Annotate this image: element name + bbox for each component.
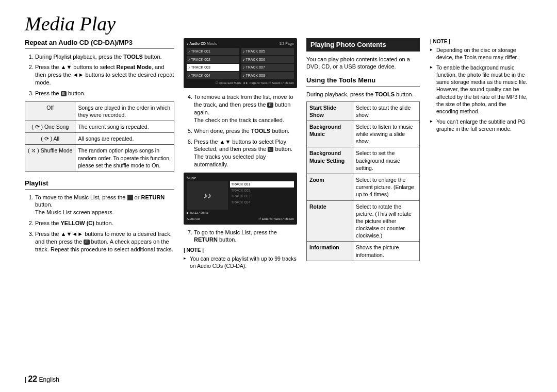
text: Press the ▲▼ buttons to select	[35, 64, 117, 70]
key: Zoom	[307, 174, 353, 201]
mode: ( ⟳ ) All	[25, 133, 75, 145]
note-item: You can't enlarge the subtitle and PG gr…	[430, 118, 528, 132]
table-row: OffSongs are played in the order in whic…	[25, 101, 174, 121]
time: ▶ 00:13 / 00:43	[187, 211, 294, 215]
text: Press the	[35, 90, 61, 96]
note-header: | NOTE |	[184, 247, 297, 254]
screenshot-tracklist: ♪ Audio CD Music1/2 Page ♪ TRACK 001♪ TR…	[184, 38, 297, 88]
note-item: To enable the background music function,…	[430, 64, 528, 115]
screenshot-footer: ☑ Close Edit Mode ◄► Page ⧉ Tools ⏎ Sele…	[187, 81, 294, 85]
val: Select to listen to music while viewing …	[353, 121, 420, 147]
topbar: Music	[187, 176, 294, 180]
playlist-steps-cont: To remove a track from the list, move to…	[194, 93, 297, 168]
mode: Off	[25, 101, 75, 121]
text: button.	[143, 54, 162, 60]
screenshot-header: ♪ Audio CD Music1/2 Page	[187, 41, 294, 46]
bold: Repeat Mode	[117, 64, 152, 70]
step-item: Press the E button.	[35, 90, 174, 97]
enter-icon: E	[267, 103, 273, 108]
foot-right: ⏎ Enter ⧉ Tools ↩ Return	[258, 217, 294, 221]
col3-left: Playing Photo Contents You can play phot…	[306, 38, 420, 267]
screenshot-nowplaying: Music ♪♪ TRACK 001 TRACK 002 TRACK 003 T…	[184, 173, 297, 225]
track-list: TRACK 001 TRACK 002 TRACK 003 TRACK 004	[230, 181, 294, 210]
key: Background Music	[307, 121, 353, 147]
note-list: Depending on the disc or storage device,…	[430, 46, 528, 133]
track-cell: ♪ TRACK 008	[241, 72, 294, 79]
desc: The current song is repeated.	[75, 121, 174, 133]
mode: ( ⟳ ) One Song	[25, 121, 75, 133]
title: Audio CD	[189, 42, 206, 45]
content-columns: Repeat an Audio CD (CD-DA)/MP3 During Pl…	[25, 38, 532, 272]
key: Rotate	[307, 200, 353, 242]
key: Background Music Setting	[307, 147, 353, 174]
section-tools-header: Using the Tools Menu	[306, 76, 420, 87]
album-art: ♪♪	[187, 181, 228, 210]
note-item: Depending on the disc or storage device,…	[430, 46, 528, 61]
track-cell: ♪ TRACK 006	[241, 56, 294, 63]
list-item: TRACK 004	[230, 199, 294, 205]
val: Select to rotate the picture. (This will…	[353, 200, 420, 242]
step-item: Press the ▲▼ buttons to select Repeat Mo…	[35, 63, 174, 87]
note-item: You can create a playlist with up to 99 …	[184, 255, 297, 269]
bold: TOOLS	[251, 128, 271, 134]
mode: ( ⤭ ) Shuffle Mode	[25, 145, 75, 172]
track-cell: ♪ TRACK 007	[241, 64, 294, 71]
page-title: Media Play	[25, 12, 532, 35]
col3-right: | NOTE | Depending on the disc or storag…	[430, 38, 528, 267]
note-list: You can create a playlist with up to 99 …	[184, 255, 297, 269]
desc: All songs are repeated.	[75, 133, 174, 145]
table-row: Background Music SettingSelect to set th…	[307, 147, 420, 174]
playlist-step-7: To go to the Music List, press the RETUR…	[194, 229, 297, 244]
column-3: Playing Photo Contents You can play phot…	[306, 38, 528, 272]
step-item: During Playlist playback, press the TOOL…	[35, 53, 174, 61]
text: button.	[67, 90, 86, 96]
table-row: ZoomSelect to enlarge the current pictur…	[307, 174, 420, 201]
bold: RETURN	[141, 194, 165, 200]
enter-icon: E	[84, 240, 89, 245]
desc: The random option plays songs in random …	[75, 145, 174, 172]
track-cell-selected: ♪ TRACK 003	[187, 64, 239, 71]
step-item: To move to the Music List, press the or …	[35, 194, 174, 217]
track-cell: ♪ TRACK 005	[241, 48, 294, 55]
table-row: ( ⤭ ) Shuffle ModeThe random option play…	[25, 145, 174, 172]
list-item: TRACK 002	[230, 188, 294, 193]
playlist-steps: To move to the Music List, press the or …	[35, 194, 174, 253]
repeat-modes-table: OffSongs are played in the order in whic…	[25, 101, 174, 172]
val: Select to start the slide show.	[353, 101, 420, 121]
intro-text: You can play photo contents located on a…	[306, 56, 420, 71]
step-item: When done, press the TOOLS button.	[194, 127, 297, 135]
subtitle: Music	[207, 42, 217, 45]
step-item: Press the ▲▼ buttons to select Play Sele…	[194, 138, 297, 168]
step-item: Press the YELLOW (C) button.	[35, 219, 174, 227]
bold: YELLOW (C)	[61, 220, 94, 226]
section-playlist-header: Playlist	[25, 179, 174, 190]
column-2: ♪ Audio CD Music1/2 Page ♪ TRACK 001♪ TR…	[184, 38, 297, 272]
tools-intro: During playback, press the TOOLS button.	[306, 91, 420, 98]
desc: Songs are played in the order in which t…	[75, 101, 174, 121]
table-row: ( ⟳ ) One SongThe current song is repeat…	[25, 121, 174, 133]
table-row: Start Slide ShowSelect to start the slid…	[307, 101, 420, 121]
step-item: To go to the Music List, press the RETUR…	[194, 229, 297, 244]
track-cell: ♪ TRACK 004	[187, 72, 239, 79]
section-repeat-header: Repeat an Audio CD (CD-DA)/MP3	[25, 38, 174, 49]
page-language: English	[39, 376, 59, 383]
val: Shows the picture information.	[353, 242, 420, 261]
table-row: Background MusicSelect to listen to musi…	[307, 121, 420, 147]
key: Start Slide Show	[307, 101, 353, 121]
note-header: | NOTE |	[430, 38, 528, 45]
step-item: To remove a track from the list, move to…	[194, 93, 297, 124]
track-cell: ♪ TRACK 002	[187, 56, 239, 63]
enter-icon: E	[61, 91, 67, 96]
key: Information	[307, 242, 353, 261]
page-footer: | 22 English	[25, 374, 59, 384]
enter-icon: E	[268, 147, 273, 152]
stop-icon	[127, 195, 133, 200]
page-number: 22	[28, 374, 37, 383]
val: Select to set the background music setti…	[353, 147, 420, 174]
val: Select to enlarge the current picture. (…	[353, 174, 420, 201]
tools-table: Start Slide ShowSelect to start the slid…	[306, 101, 420, 261]
table-row: InformationShows the picture information…	[307, 242, 420, 261]
text: During Playlist playback, press the	[35, 54, 123, 60]
foot-left: Audio CD	[187, 217, 200, 221]
column-1: Repeat an Audio CD (CD-DA)/MP3 During Pl…	[25, 38, 174, 272]
